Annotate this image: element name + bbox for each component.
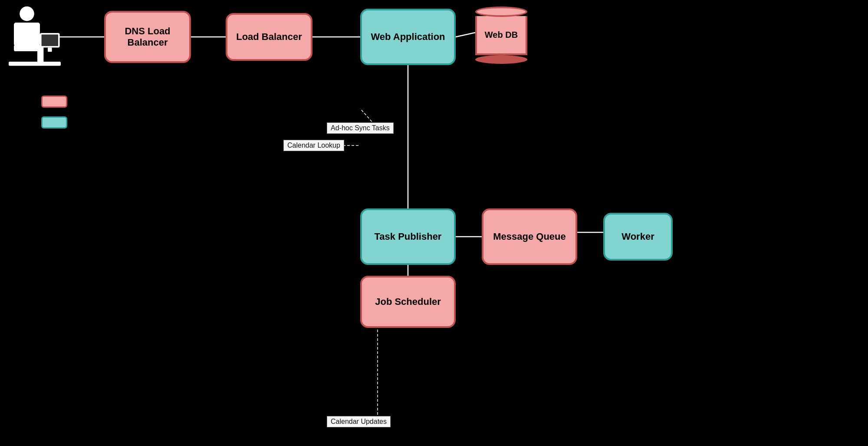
load-balancer-node: Load Balancer xyxy=(226,13,312,61)
message-queue-node: Message Queue xyxy=(482,208,577,265)
web-application-node: Web Application xyxy=(360,9,456,65)
svg-rect-12 xyxy=(14,23,40,46)
web-app-label: Web Application xyxy=(371,31,445,43)
adhoc-sync-label: Ad-hoc Sync Tasks xyxy=(327,122,394,134)
svg-rect-15 xyxy=(9,62,61,66)
svg-point-11 xyxy=(20,7,34,21)
worker-node: Worker xyxy=(603,213,673,261)
svg-line-3 xyxy=(456,33,475,37)
job-scheduler-label: Job Scheduler xyxy=(375,296,441,307)
worker-label: Worker xyxy=(621,231,654,242)
svg-rect-18 xyxy=(42,35,58,46)
task-publisher-label: Task Publisher xyxy=(375,231,442,242)
load-balancer-label: Load Balancer xyxy=(236,31,302,43)
dns-load-balancer-node: DNS Load Balancer xyxy=(104,11,191,63)
svg-rect-13 xyxy=(14,45,40,51)
job-scheduler-node: Job Scheduler xyxy=(360,276,456,328)
message-queue-label: Message Queue xyxy=(493,231,566,242)
user-icon xyxy=(9,4,61,65)
web-db-node: Web DB xyxy=(475,7,527,64)
web-db-label: Web DB xyxy=(485,30,518,40)
legend-teal-box xyxy=(41,116,67,129)
legend-red-box xyxy=(41,96,67,108)
svg-rect-17 xyxy=(48,48,52,52)
calendar-lookup-label: Calendar Lookup xyxy=(283,140,344,151)
svg-rect-14 xyxy=(37,45,43,63)
dns-lb-label: DNS Load Balancer xyxy=(125,26,170,48)
task-publisher-node: Task Publisher xyxy=(360,208,456,265)
calendar-updates-label: Calendar Updates xyxy=(327,416,391,427)
